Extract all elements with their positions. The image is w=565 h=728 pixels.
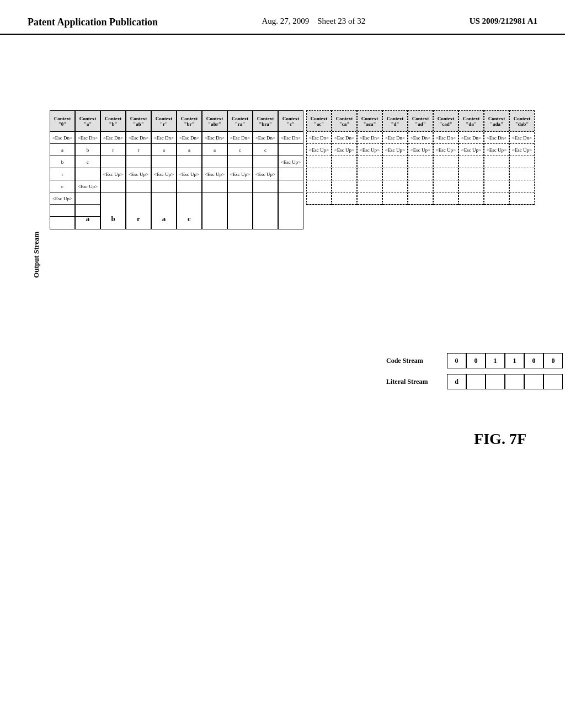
left-col-9-cell-2: <Esc Up> (279, 156, 303, 168)
right-col-5-cell-1: <Esc Up> (434, 144, 458, 156)
left-col-3-cell-4 (126, 180, 151, 192)
right-col-7-cell-3 (484, 168, 509, 180)
right-col-0-cell-2 (307, 156, 331, 168)
code-stream-row: Code Stream 001100 (386, 353, 563, 368)
right-col-1-cell-4 (332, 180, 356, 192)
right-col-3-cell-4 (383, 180, 407, 192)
left-col-8-cell-0: <Esc Dn> (253, 132, 278, 144)
right-col-5-cell-3 (434, 168, 458, 180)
literal-box-1 (466, 374, 486, 389)
right-col-header-3: Context"d" (383, 111, 407, 132)
alpha-c: c (177, 215, 202, 223)
code-box-3: 1 (505, 353, 524, 368)
left-col-6-cell-2 (202, 156, 227, 168)
left-col-9-cell-4 (279, 180, 303, 192)
alpha-r: r (126, 215, 151, 223)
left-col-8-cell-1: c (253, 144, 278, 156)
right-col-8-cell-2 (510, 156, 534, 168)
right-col-8-cell-0: <Esc Dn> (510, 132, 534, 144)
right-col-3: Context"d"<Esc Dn><Esc Up> (382, 110, 408, 205)
right-col-1-cell-5 (332, 192, 356, 205)
left-col-1-cell-2: c (76, 156, 100, 168)
alpha-b: b (100, 215, 126, 223)
right-col-8: Context"dab"<Esc Dn><Esc Up> (509, 110, 535, 205)
left-col-5-cell-3: <Esc Up> (177, 168, 201, 180)
left-col-3-cell-1: r (126, 144, 151, 156)
left-col-header-5: Context"br" (177, 111, 201, 132)
right-col-5-cell-5 (434, 192, 458, 205)
right-col-4-cell-3 (408, 168, 433, 180)
right-col-3-cell-1: <Esc Up> (383, 144, 407, 156)
right-col-0-cell-4 (307, 180, 331, 192)
right-col-header-5: Context"cad" (434, 111, 458, 132)
left-col-3-cell-5 (126, 192, 151, 205)
left-col-4-cell-3: <Esc Up> (152, 168, 176, 180)
left-col-4-cell-4 (152, 180, 176, 192)
right-col-5: Context"cad"<Esc Dn><Esc Up> (433, 110, 459, 205)
right-col-1-cell-1: <Esc Up> (332, 144, 356, 156)
left-col-7-cell-2 (228, 156, 252, 168)
right-col-3-cell-2 (383, 156, 407, 168)
left-col-0-cell-2: b (50, 156, 74, 168)
right-col-4-cell-1: <Esc Up> (408, 144, 433, 156)
right-col-6-cell-2 (459, 156, 483, 168)
literal-box-0: d (447, 374, 466, 389)
left-col-6-cell-0: <Esc Dn> (202, 132, 227, 144)
right-col-header-7: Context"ada" (484, 111, 509, 132)
right-col-2-cell-2 (358, 156, 382, 168)
right-col-8-cell-5 (510, 192, 534, 205)
literal-stream-row: Literal Stream d (386, 374, 563, 389)
right-col-7-cell-4 (484, 180, 509, 192)
publication-title: Patent Application Publication (28, 17, 158, 28)
left-col-6: Context"abr"<Esc Dn>a<Esc Up> (202, 110, 227, 229)
left-col-0-cell-5: <Esc Up> (50, 192, 74, 205)
left-col-header-1: Context"a" (76, 111, 100, 132)
left-col-9: Context"c"<Esc Dn><Esc Up> (278, 110, 303, 229)
right-col-0-cell-1: <Esc Up> (307, 144, 331, 156)
right-col-4-cell-0: <Esc Dn> (408, 132, 433, 144)
literal-stream-label: Literal Stream (386, 378, 447, 386)
left-col-header-6: Context"abr" (202, 111, 227, 132)
literal-box-5 (543, 374, 563, 389)
alpha-a: a (75, 215, 100, 223)
publication-date: Aug. 27, 2009 (262, 17, 309, 25)
code-box-2: 1 (486, 353, 505, 368)
alpha-a2: a (151, 215, 177, 223)
left-col-8-cell-4 (253, 180, 278, 192)
left-col-6-cell-5 (202, 192, 227, 205)
left-col-1-cell-0: <Esc Dn> (76, 132, 100, 144)
right-col-header-6: Context"da" (459, 111, 483, 132)
left-col-7-cell-0: <Esc Dn> (228, 132, 252, 144)
right-col-2-cell-1: <Esc Up> (358, 144, 382, 156)
left-col-4-cell-0: <Esc Dn> (152, 132, 176, 144)
code-box-5: 0 (543, 353, 563, 368)
left-col-3-cell-0: <Esc Dn> (126, 132, 151, 144)
right-col-8-cell-4 (510, 180, 534, 192)
left-col-header-3: Context"ab" (126, 111, 151, 132)
code-box-1: 0 (466, 353, 486, 368)
left-col-4-cell-5 (152, 192, 176, 205)
right-col-6-cell-1: <Esc Up> (459, 144, 483, 156)
right-col-2: Context"aca"<Esc Dn><Esc Up> (357, 110, 382, 205)
left-col-1-cell-3 (76, 168, 100, 180)
right-col-header-2: Context"aca" (358, 111, 382, 132)
page-header: Patent Application Publication Aug. 27, … (0, 0, 565, 35)
left-col-2-cell-5 (101, 192, 125, 205)
patent-number: US 2009/212981 A1 (470, 17, 537, 26)
right-col-5-cell-4 (434, 180, 458, 192)
left-col-9-cell-5 (279, 192, 303, 205)
right-col-7-cell-5 (484, 192, 509, 205)
left-col-0-cell-3: r (50, 168, 74, 180)
right-col-8-cell-1: <Esc Up> (510, 144, 534, 156)
literal-stream-boxes: d (447, 374, 563, 389)
left-col-0-cell-0: <Esc Dn> (50, 132, 74, 144)
left-col-header-2: Context"b" (101, 111, 125, 132)
left-col-7-cell-5 (228, 192, 252, 205)
left-col-header-7: Context"ra" (228, 111, 252, 132)
left-col-9-cell-0: <Esc Dn> (279, 132, 303, 144)
code-box-0: 0 (447, 353, 466, 368)
sheet-info: Sheet 23 of 32 (317, 17, 365, 25)
right-col-header-1: Context"ca" (332, 111, 356, 132)
left-col-header-8: Context"bra" (253, 111, 278, 132)
fig-label: FIG. 7F (474, 430, 526, 448)
